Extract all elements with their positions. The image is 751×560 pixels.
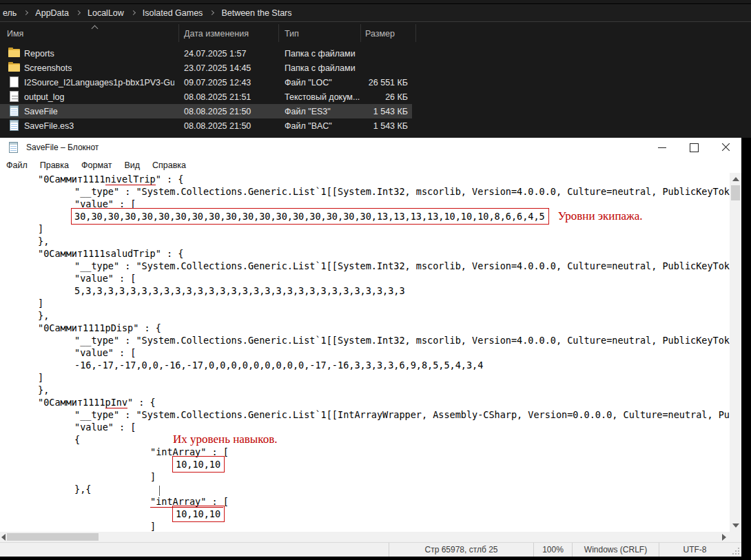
vertical-scroll-thumb[interactable] bbox=[731, 185, 740, 200]
file-icon bbox=[10, 76, 19, 87]
text-segment: ] bbox=[150, 521, 156, 532]
table-row[interactable]: Reports24.07.2025 1:57Папка с файлами bbox=[0, 46, 412, 61]
folder-icon bbox=[8, 49, 20, 57]
chevron-right-icon bbox=[131, 10, 136, 15]
breadcrumb-item[interactable]: LocalLow bbox=[83, 8, 128, 18]
textfile-icon bbox=[10, 91, 19, 102]
column-header-date[interactable]: Дата изменения bbox=[184, 29, 249, 39]
close-button[interactable] bbox=[710, 138, 741, 157]
file-size: 26 КБ bbox=[324, 92, 408, 102]
table-row[interactable]: Screenshots23.07.2025 14:45Папка с файла… bbox=[0, 61, 412, 75]
text-line: ] bbox=[0, 520, 730, 532]
maximize-button[interactable] bbox=[678, 138, 710, 157]
text-line: "intArray" : [ bbox=[0, 446, 730, 458]
text-segment: "__type" : "System.Collections.Generic.L… bbox=[74, 409, 730, 420]
text-line: "__type" : "System.Collections.Generic.L… bbox=[0, 185, 730, 198]
menu-format[interactable]: Формат bbox=[75, 160, 118, 170]
text-segment: " : { bbox=[127, 397, 156, 408]
file-type: Папка с файлами bbox=[285, 49, 356, 59]
text-line: "0Саммит1111pDisp" : { bbox=[0, 322, 730, 334]
title-bar[interactable]: SaveFile – Блокнот bbox=[0, 138, 741, 157]
file-name: output_log bbox=[24, 92, 64, 102]
text-segment: ] bbox=[150, 471, 156, 482]
notepad-text[interactable]: "0Саммит1111nivelTrip" : {"__type" : "Sy… bbox=[0, 173, 730, 532]
status-encoding: UTF-8 bbox=[659, 543, 730, 557]
text-segment: -16,-17,-17,0,0,-16,-17,0,0,0,0,0,0,0,0,… bbox=[74, 360, 483, 371]
scroll-right-icon[interactable] bbox=[722, 534, 726, 541]
horizontal-scrollbar[interactable] bbox=[0, 532, 741, 542]
text-segment: "0Саммит1111 bbox=[38, 174, 105, 185]
chevron-right-icon bbox=[23, 10, 28, 15]
notepad-icon bbox=[10, 120, 19, 131]
text-line: "intArray" : [ bbox=[0, 495, 730, 508]
file-size: 1 543 КБ bbox=[324, 107, 408, 116]
menu-view[interactable]: Вид bbox=[118, 160, 146, 170]
status-line-column: Стр 65978, стлб 25 bbox=[389, 543, 533, 557]
scroll-left-icon[interactable] bbox=[1, 534, 6, 541]
text-line: 10,10,10 bbox=[0, 458, 730, 470]
column-divider[interactable] bbox=[360, 24, 361, 42]
text-segment: "0Саммит1111saludTrip" : { bbox=[38, 248, 183, 259]
text-segment: ] bbox=[38, 223, 43, 234]
file-name: SaveFile.es3 bbox=[24, 121, 74, 131]
breadcrumb-item[interactable]: Isolated Games bbox=[138, 8, 207, 18]
text-cursor bbox=[159, 486, 160, 496]
text-segment: "__type" : "System.Collections.Generic.L… bbox=[74, 335, 730, 346]
column-divider[interactable] bbox=[178, 24, 179, 42]
menu-edit[interactable]: Правка bbox=[34, 160, 75, 170]
column-header-name[interactable]: Имя bbox=[7, 29, 23, 39]
file-name: I2Source_I2Languages1p-bbx1PV3-GuXP... bbox=[24, 78, 174, 87]
sort-ascending-icon bbox=[92, 25, 99, 32]
column-header-type[interactable]: Тип bbox=[285, 29, 299, 39]
breadcrumb-item[interactable]: ель bbox=[0, 8, 21, 18]
text-segment: "__type" : "System.Collections.Generic.L… bbox=[74, 186, 730, 197]
text-segment: "0Саммит1111pDisp" : { bbox=[38, 322, 161, 333]
text-segment: },{ bbox=[74, 484, 91, 495]
status-zoom-level[interactable]: 100% bbox=[533, 543, 572, 557]
breadcrumb-item[interactable]: Between the Stars bbox=[217, 8, 296, 18]
chevron-right-icon bbox=[209, 10, 214, 15]
file-date: 23.07.2025 14:45 bbox=[184, 63, 251, 73]
file-date: 08.08.2025 21:51 bbox=[184, 92, 251, 102]
text-segment: ] bbox=[38, 298, 43, 309]
breadcrumb-item[interactable]: AppData bbox=[31, 8, 73, 18]
minimize-button[interactable] bbox=[646, 138, 678, 157]
column-divider[interactable] bbox=[278, 24, 279, 42]
table-row[interactable]: SaveFile08.08.2025 21:50Файл "ES3"1 543 … bbox=[0, 104, 412, 118]
text-line: ] bbox=[0, 470, 730, 483]
horizontal-scroll-thumb[interactable] bbox=[7, 533, 99, 541]
text-line: "0Саммит1111nivelTrip" : { bbox=[0, 173, 730, 185]
text-segment: 5,3,3,3,3,3,3,3,3,3,3,3,3,3,3,3,3,3,3,3,… bbox=[74, 285, 405, 296]
file-explorer-window: ель AppData LocalLow Isolated Games Betw… bbox=[0, 0, 751, 138]
table-row[interactable]: I2Source_I2Languages1p-bbx1PV3-GuXP...09… bbox=[0, 75, 412, 90]
text-line: 10,10,10 bbox=[0, 508, 730, 520]
file-date: 09.07.2025 12:43 bbox=[184, 78, 251, 87]
breadcrumb: ель AppData LocalLow Isolated Games Betw… bbox=[0, 3, 751, 22]
menu-file[interactable]: Файл bbox=[0, 160, 34, 170]
text-line: { Их уровень навыков. bbox=[0, 433, 730, 446]
text-segment: nivelTrip bbox=[105, 174, 156, 185]
text-line: }, bbox=[0, 384, 730, 396]
chevron-right-icon bbox=[76, 10, 81, 15]
file-date: 24.07.2025 1:57 bbox=[184, 49, 246, 59]
table-row[interactable]: output_log08.08.2025 21:51Текстовый доку… bbox=[0, 90, 412, 104]
text-segment: { bbox=[74, 434, 164, 445]
file-name: SaveFile bbox=[24, 107, 58, 116]
menu-help[interactable]: Справка bbox=[146, 160, 192, 170]
vertical-scrollbar[interactable] bbox=[730, 173, 741, 532]
column-headers: Имя Дата изменения Тип Размер bbox=[0, 23, 751, 43]
status-line-ending: Windows (CRLF) bbox=[572, 543, 659, 557]
annotation-text: Их уровень навыков. bbox=[164, 433, 277, 446]
table-row[interactable]: SaveFile.es308.08.2025 21:50Файл "BAC"1 … bbox=[0, 118, 412, 133]
file-name: Screenshots bbox=[24, 63, 72, 73]
text-segment: }, bbox=[38, 236, 49, 247]
resize-grip-icon[interactable] bbox=[730, 543, 741, 557]
file-size: 26 551 КБ bbox=[324, 78, 408, 87]
column-divider[interactable] bbox=[415, 24, 416, 42]
text-line: "value" : [ bbox=[0, 346, 730, 359]
column-header-size[interactable]: Размер bbox=[365, 29, 395, 39]
text-line: "value" : [ bbox=[0, 421, 730, 433]
annotation-box: 30,30,30,30,30,30,30,30,30,30,30,30,30,3… bbox=[71, 208, 549, 225]
scroll-up-icon[interactable] bbox=[732, 177, 739, 181]
scroll-down-icon[interactable] bbox=[732, 523, 739, 528]
